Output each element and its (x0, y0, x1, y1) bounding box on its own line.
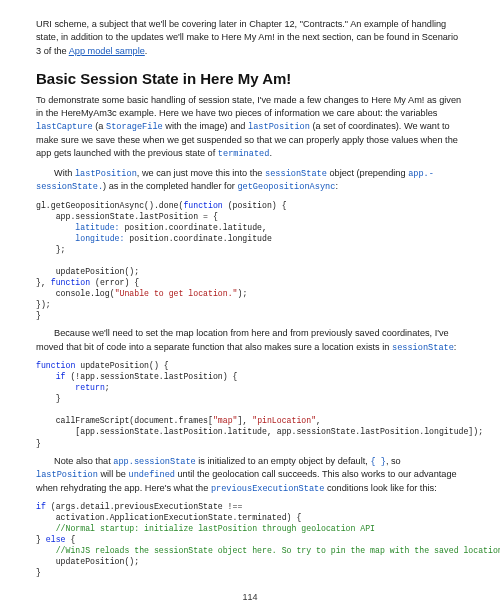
c1-l7b: (error) { (90, 278, 139, 287)
code-sessionstate2: sessionState (392, 343, 454, 353)
c1-l10: } (36, 311, 41, 320)
code-emptyobj: { } (370, 457, 385, 467)
p5-f: conditions look like for this: (324, 483, 436, 493)
p2-e: . (269, 148, 272, 158)
code-app: app.- (408, 169, 434, 179)
c1-l1b: (position) { (223, 201, 287, 210)
c1-l4b: longitude: (75, 234, 124, 243)
code-undefined: undefined (129, 470, 175, 480)
code-lastposition2: lastPosition (75, 169, 137, 179)
c2-l6: [app.sessionState.lastPosition.latitude,… (36, 427, 483, 436)
c3-l5a (36, 546, 56, 555)
p5-d: will be (98, 469, 129, 479)
c2-l4: } (36, 394, 61, 403)
code-getgeo: getGeopositionAsync (237, 182, 335, 192)
c1-l7-kw: function (51, 278, 90, 287)
code-sessionstate: sessionState (265, 169, 327, 179)
c2-l5c: , (316, 416, 321, 425)
app-model-sample-link[interactable]: App model sample (69, 46, 145, 56)
c1-l9: }); (36, 300, 51, 309)
c3-l3-cmt: //Normal startup: initialize lastPositio… (56, 524, 375, 533)
c3-l4a: } (36, 535, 46, 544)
p5-c: , so (386, 456, 401, 466)
code-block-1: gl.getGeopositionAsync().done(function (… (36, 200, 464, 322)
c1-l5: }; (36, 245, 65, 254)
c1-l1a: gl.getGeopositionAsync().done( (36, 201, 183, 210)
c3-l7: } (36, 568, 41, 577)
c3-l5-cmt: //WinJS reloads the sessionState object … (56, 546, 500, 555)
c1-l8-str: "Unable to get location." (115, 289, 238, 298)
intro-text-b: . (145, 46, 148, 56)
c1-l3a (36, 223, 75, 232)
code-sessionstate-b: sessionState. (36, 182, 103, 192)
c2-l7: } (36, 439, 41, 448)
c2-l3a (36, 383, 75, 392)
p2-c: with the image) and (163, 121, 248, 131)
p3-b: , we can just move this into the (137, 168, 265, 178)
code-block-2: function updatePosition() { if (!app.ses… (36, 360, 464, 449)
c1-l6: updatePosition(); (36, 267, 139, 276)
p3-c: object (prepending (327, 168, 408, 178)
section-heading: Basic Session State in Here My Am! (36, 68, 464, 90)
p5-b: is initialized to an empty object by def… (196, 456, 371, 466)
c1-l4c: position.coordinate.longitude (124, 234, 271, 243)
body-p5: Note also that app.sessionState is initi… (36, 455, 464, 495)
c3-l4-kw: else (46, 535, 66, 544)
c2-l1a: updatePosition() { (75, 361, 168, 370)
p5-a: Note also that (54, 456, 113, 466)
code-terminated: terminated (218, 149, 270, 159)
code-lastposition: lastPosition (248, 122, 310, 132)
intro-paragraph: URI scheme, a subject that we'll be cove… (36, 18, 464, 58)
c2-l2-kw: if (56, 372, 66, 381)
c1-l4a (36, 234, 75, 243)
c1-l1-kw: function (183, 201, 222, 210)
code-appsessionstate: app.sessionState (113, 457, 196, 467)
body-p4: Because we'll need to set the map locati… (36, 327, 464, 354)
c2-l3b: ; (105, 383, 110, 392)
c1-l7a: }, (36, 278, 51, 287)
p3-d: ) as in the completed handler for (103, 181, 237, 191)
code-lastposition3: lastPosition (36, 470, 98, 480)
c2-l5-str2: "pinLocation" (252, 416, 316, 425)
code-prevexec: previousExecutionState (211, 484, 324, 494)
p2-a: To demonstrate some basic handling of se… (36, 95, 461, 118)
c2-l5-str1: "map" (213, 416, 238, 425)
code-lastcapture: lastCapture (36, 122, 93, 132)
c2-l5b: ], (237, 416, 252, 425)
c1-l3b: latitude: (75, 223, 119, 232)
c1-l3c: position.coordinate.latitude, (120, 223, 267, 232)
c1-l2: app.sessionState.lastPosition = { (36, 212, 218, 221)
body-p2: To demonstrate some basic handling of se… (36, 94, 464, 161)
p4-a: Because we'll need to set the map locati… (36, 328, 449, 351)
p4-b: : (454, 342, 457, 352)
c3-l3a (36, 524, 56, 533)
c1-l8a: console.log( (36, 289, 115, 298)
c2-l5a: callFrameScript(document.frames[ (36, 416, 213, 425)
code-storagefile: StorageFile (106, 122, 163, 132)
c3-l6: updatePosition(); (36, 557, 139, 566)
c2-l2b: (!app.sessionState.lastPosition) { (65, 372, 237, 381)
c3-l1a: (args.detail.previousExecutionState !== (46, 502, 243, 511)
p2-b: (a (93, 121, 106, 131)
c3-l1-kw: if (36, 502, 46, 511)
body-p3: With lastPosition, we can just move this… (36, 167, 464, 194)
c2-l1-kw: function (36, 361, 75, 370)
c3-l4b: { (65, 535, 75, 544)
c2-l2a (36, 372, 56, 381)
code-block-3: if (args.detail.previousExecutionState !… (36, 501, 464, 578)
page-number: 114 (0, 591, 500, 604)
c1-l8b: ); (237, 289, 247, 298)
p3-a: With (54, 168, 75, 178)
c2-l3-kw: return (75, 383, 104, 392)
p3-e: : (335, 181, 338, 191)
c3-l2: activation.ApplicationExecutionState.ter… (36, 513, 301, 522)
